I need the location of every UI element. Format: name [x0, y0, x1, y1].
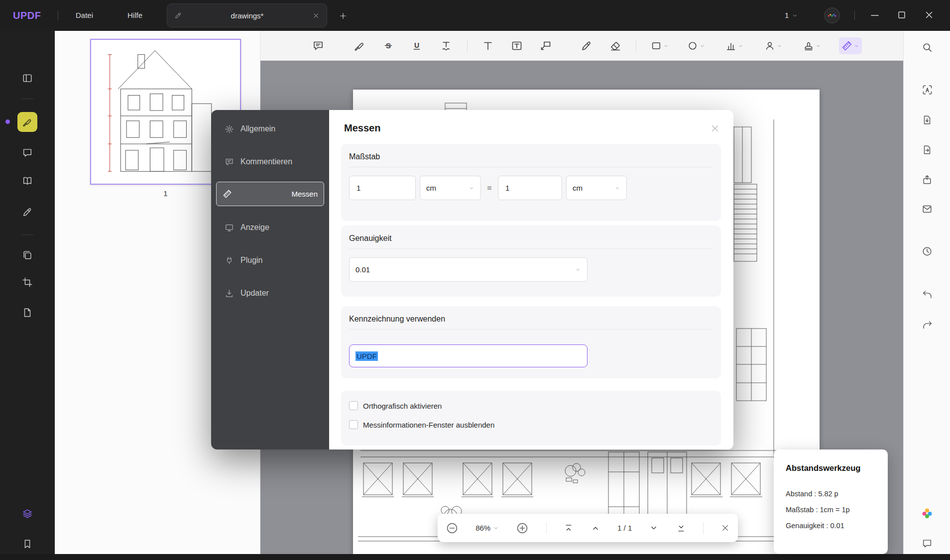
ocr-button[interactable] — [918, 81, 936, 99]
text-tool-button[interactable] — [479, 37, 496, 54]
edit-mode-button[interactable] — [17, 202, 37, 222]
scale-section: Maßstab 1 cm = 1 cm — [341, 144, 721, 221]
share-button[interactable] — [918, 171, 936, 189]
nav-label: Anzeige — [240, 223, 269, 232]
divider — [467, 39, 468, 52]
settings-nav-anzeige[interactable]: Anzeige — [216, 215, 324, 240]
signature-tool-button[interactable] — [578, 37, 595, 54]
extract-button[interactable] — [17, 303, 37, 323]
rectangle-shape-button[interactable] — [648, 37, 671, 54]
measure-distance: Abstand : 5.82 p — [786, 486, 876, 502]
organize-pages-button[interactable] — [17, 245, 37, 265]
crop-button[interactable] — [17, 272, 37, 292]
bookmark-button[interactable] — [17, 534, 37, 554]
zoom-level-select[interactable]: 86% — [475, 524, 499, 532]
divider — [21, 99, 33, 99]
chevron-down-icon[interactable] — [854, 43, 859, 49]
hide-window-option[interactable]: Messinformationen-Fenster ausblenden — [349, 418, 713, 431]
highlighter-tool-button[interactable] — [351, 37, 368, 54]
reader-mode-button[interactable] — [17, 171, 37, 191]
measure-tool-button[interactable] — [839, 37, 862, 54]
dialog-title: Messen — [344, 122, 380, 134]
nav-label: Allgemein — [240, 124, 275, 133]
input-value: 1 — [356, 184, 360, 192]
settings-nav-kommentieren[interactable]: Kommentieren — [216, 149, 324, 175]
chevron-down-icon[interactable] — [738, 43, 743, 49]
undo-button[interactable] — [918, 285, 936, 303]
thumbnail-panel-toggle[interactable] — [17, 68, 37, 88]
search-button[interactable] — [918, 38, 936, 56]
scale-value-right-input[interactable]: 1 — [498, 176, 562, 200]
active-mode-indicator — [5, 119, 10, 124]
page-position[interactable]: 1 / 1 — [617, 524, 632, 532]
dialog-close-button[interactable] — [710, 123, 720, 134]
next-page-button[interactable] — [649, 523, 659, 533]
comment-tool-button[interactable] — [310, 37, 327, 54]
redo-button[interactable] — [918, 316, 936, 334]
ai-assistant-button[interactable] — [918, 504, 936, 522]
download-icon — [225, 289, 234, 298]
scale-unit-right-select[interactable]: cm — [566, 176, 627, 200]
squiggly-underline-tool-button[interactable] — [438, 37, 455, 54]
minimize-button[interactable] — [869, 9, 881, 21]
edit-pen-icon — [174, 11, 182, 19]
layers-button[interactable] — [17, 504, 37, 524]
divider — [854, 11, 855, 20]
updf-window: S U — [0, 0, 950, 560]
eraser-tool-button[interactable] — [607, 37, 624, 54]
textbox-tool-button[interactable] — [508, 37, 525, 54]
hide-window-checkbox[interactable] — [349, 420, 358, 429]
compress-button[interactable] — [918, 111, 936, 129]
underline-tool-button[interactable] — [408, 37, 425, 54]
chart-tool-button[interactable] — [723, 37, 746, 54]
document-tab[interactable]: drawings* — [167, 3, 327, 27]
comment-panel-button[interactable] — [918, 535, 936, 553]
zoom-out-button[interactable] — [446, 522, 459, 535]
maximize-button[interactable] — [896, 9, 908, 21]
ruler-icon — [223, 189, 232, 199]
ortho-checkbox[interactable] — [349, 401, 358, 410]
convert-button[interactable] — [918, 141, 936, 159]
comment-mode-button[interactable] — [17, 143, 37, 163]
nav-label: Plugin — [240, 256, 262, 265]
tab-close-icon[interactable] — [312, 12, 320, 19]
callout-tool-button[interactable] — [537, 37, 554, 54]
precision-select[interactable]: 0.01 — [349, 257, 588, 282]
zoom-level-value: 86% — [475, 524, 490, 532]
scale-unit-left-select[interactable]: cm — [420, 176, 481, 200]
nav-label: Kommentieren — [240, 157, 292, 166]
ortho-label: Orthografisch aktivieren — [363, 402, 442, 410]
label-text-input[interactable]: UPDF — [349, 344, 588, 367]
annotation-count[interactable]: 1 — [785, 0, 798, 31]
annotation-toolbar — [260, 31, 903, 61]
email-button[interactable] — [918, 200, 936, 218]
settings-nav-plugin[interactable]: Plugin — [216, 247, 324, 273]
stamp-tool-button[interactable] — [801, 37, 824, 54]
zoom-in-button[interactable] — [516, 522, 529, 535]
close-window-button[interactable] — [924, 9, 936, 21]
close-pager-button[interactable] — [720, 523, 730, 533]
chevron-down-icon[interactable] — [777, 43, 782, 49]
menu-hilfe[interactable]: Hilfe — [123, 0, 146, 31]
last-page-button[interactable] — [676, 523, 686, 533]
ellipse-shape-button[interactable] — [685, 37, 708, 54]
scale-value-left-input[interactable]: 1 — [349, 176, 416, 200]
chevron-down-icon[interactable] — [663, 43, 669, 49]
sticker-tool-button[interactable] — [762, 37, 785, 54]
ortho-option[interactable]: Orthografisch aktivieren — [349, 399, 713, 412]
measure-scale: Maßstab : 1cm = 1p — [786, 502, 876, 518]
chevron-down-icon[interactable] — [700, 43, 705, 49]
settings-nav-messen[interactable]: Messen — [216, 182, 324, 206]
markup-mode-button[interactable] — [17, 112, 37, 132]
strikethrough-tool-button[interactable] — [380, 37, 397, 54]
menu-datei[interactable]: Datei — [72, 0, 97, 31]
previous-page-button[interactable] — [591, 523, 600, 533]
chevron-down-icon[interactable] — [816, 43, 821, 49]
first-page-button[interactable] — [564, 523, 574, 533]
avatar[interactable] — [824, 7, 840, 23]
settings-content: Messen Maßstab 1 cm = 1 cm Genauigkeit 0… — [329, 110, 733, 449]
settings-nav-updater[interactable]: Updater — [216, 280, 324, 306]
settings-nav-allgemein[interactable]: Allgemein — [216, 116, 324, 142]
new-tab-button[interactable] — [339, 11, 348, 20]
history-button[interactable] — [918, 242, 936, 260]
